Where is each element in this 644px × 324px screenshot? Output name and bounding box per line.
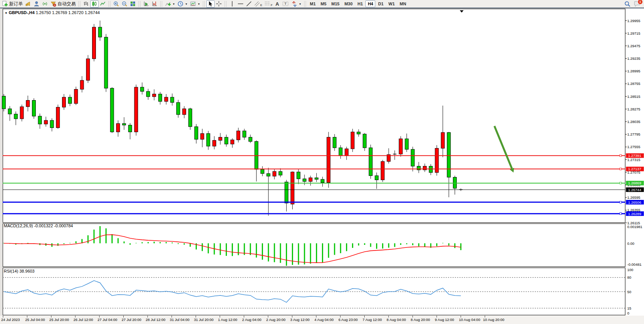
line-chart-button[interactable] — [99, 0, 107, 8]
alert-sound-button[interactable] — [24, 0, 32, 8]
line-handle[interactable] — [620, 213, 622, 215]
timeframe-button-d1[interactable]: D1 — [376, 0, 386, 7]
vertical-line-tool-button[interactable] — [228, 0, 236, 8]
toolbar-grip[interactable] — [78, 1, 80, 7]
time-axis-label: 8 Aug 20:00 — [411, 318, 430, 322]
toolbar-grip[interactable] — [139, 1, 140, 7]
toolbar-grip[interactable] — [225, 1, 226, 7]
trendline-tool-button[interactable] — [245, 0, 253, 8]
price-tick-label: 1.28275 — [627, 107, 640, 111]
candle-body — [273, 171, 276, 176]
macd-name: MACD(12,26,9) — [4, 223, 33, 228]
candle-body — [164, 97, 168, 101]
timeframe-button-h4[interactable]: H4 — [365, 0, 375, 7]
notifications-button[interactable]: 1 — [634, 1, 641, 7]
chart-canvas: 1.299551.297151.294751.292351.289951.287… — [0, 8, 644, 324]
text-tool-button[interactable]: A — [274, 0, 281, 8]
zoom-in-button[interactable] — [112, 0, 120, 8]
auto-trading-button[interactable]: 自动交易 — [49, 0, 77, 8]
text-tool-letter: A — [276, 1, 279, 7]
arrows-tool-button[interactable]: ▼ — [290, 0, 303, 8]
macd-panel — [3, 224, 625, 267]
candle-body — [50, 120, 54, 128]
timeframe-button-m1[interactable]: M1 — [308, 0, 318, 7]
candle-body — [225, 137, 228, 144]
price-line-badge-label: 1.26506 — [628, 200, 641, 204]
line-handle[interactable] — [620, 182, 622, 184]
macd-scale-max-label: 0.001981 — [627, 225, 642, 229]
candle-body — [213, 140, 216, 146]
signal-button[interactable] — [41, 0, 49, 8]
text-label-tool-button[interactable]: T — [281, 0, 290, 8]
chart-symbol-label: GBPUSD-,H4 — [9, 10, 35, 15]
auto-scroll-button[interactable] — [142, 0, 150, 8]
zoom-in-icon — [113, 1, 119, 7]
candlestick-chart-icon — [91, 1, 97, 7]
tile-windows-button[interactable] — [129, 0, 137, 8]
line-handle[interactable] — [620, 168, 622, 170]
indicators-button[interactable]: ▼ — [164, 0, 176, 8]
timeframe-button-m5[interactable]: M5 — [318, 0, 328, 7]
clock-icon — [177, 1, 183, 7]
candlestick-chart-button[interactable] — [90, 0, 99, 8]
time-axis-label: 27 Jul 04:00 — [97, 318, 117, 322]
fibonacci-tool-button[interactable]: F — [263, 0, 274, 8]
toolbar-grip[interactable] — [108, 1, 110, 7]
periods-button[interactable]: ▼ — [176, 0, 189, 8]
candle-body — [68, 97, 72, 104]
line-handle[interactable] — [620, 155, 622, 156]
timeframe-button-w1[interactable]: W1 — [386, 0, 397, 7]
horizontal-line-icon — [238, 1, 244, 7]
profile-button[interactable] — [32, 0, 41, 8]
time-axis-label: 6 Aug 23:00 — [338, 318, 358, 322]
timeframe-button-h1[interactable]: H1 — [355, 0, 365, 7]
search-icon[interactable] — [624, 1, 631, 7]
candle-body — [291, 172, 294, 204]
rsi-name: RSI(14) — [4, 269, 18, 273]
candle-body — [405, 139, 408, 150]
rsi-scale-label: 100 — [627, 268, 633, 272]
chart-title: ▼ GBPUSD-,H4 1.26750 1.26769 1.26720 1.2… — [5, 10, 100, 15]
collapse-panel-icon[interactable]: ▼ — [5, 11, 8, 15]
chart-shift-button[interactable] — [150, 0, 159, 8]
candle-body — [147, 91, 150, 97]
bar-chart-button[interactable] — [82, 0, 90, 8]
toolbar-grip[interactable] — [304, 1, 306, 7]
candle-body — [62, 97, 66, 107]
new-order-button[interactable]: 新订单 — [1, 0, 24, 8]
cursor-tool-button[interactable] — [206, 0, 215, 8]
candle-body — [297, 172, 300, 179]
timeframe-button-m15[interactable]: M15 — [329, 0, 342, 7]
candle-body — [134, 87, 138, 132]
crosshair-tool-button[interactable] — [215, 0, 223, 8]
time-axis-label: 3 Aug 12:00 — [290, 318, 310, 322]
candle-body — [183, 109, 186, 115]
candle-body — [26, 101, 30, 107]
time-axis-label: 10 Aug 04:00 — [459, 318, 480, 322]
profile-icon — [33, 1, 40, 7]
time-axis-label: 27 Jul 20:00 — [122, 318, 142, 322]
candle-body — [249, 137, 252, 141]
zoom-out-button[interactable] — [120, 0, 129, 8]
macd-scale-zero-label: 0.00 — [627, 241, 634, 246]
horizontal-line-tool-button[interactable] — [236, 0, 245, 8]
rsi-scale-label: 0 — [627, 311, 629, 315]
line-handle[interactable] — [620, 201, 622, 203]
candle-body — [2, 96, 6, 109]
price-tick-label: 1.29475 — [627, 44, 640, 48]
timeframe-button-mn[interactable]: MN — [397, 0, 408, 7]
time-axis-label: 25 Jul 20:00 — [49, 318, 69, 322]
auto-trading-icon — [50, 1, 56, 7]
fibo-letter: F — [271, 3, 273, 7]
time-axis-label: 4 Aug 04:00 — [314, 318, 334, 322]
toolbar-grip[interactable] — [160, 1, 162, 7]
toolbar-grip[interactable] — [203, 1, 205, 7]
notification-count-badge: 1 — [638, 0, 643, 5]
timeframe-button-m30[interactable]: M30 — [342, 0, 355, 7]
candle-body — [315, 178, 318, 179]
auto-scroll-icon — [143, 1, 149, 7]
channel-tool-button[interactable]: E — [253, 0, 263, 8]
fibonacci-icon — [265, 1, 271, 7]
candle-body — [327, 137, 330, 182]
templates-button[interactable]: ▼ — [189, 0, 201, 8]
